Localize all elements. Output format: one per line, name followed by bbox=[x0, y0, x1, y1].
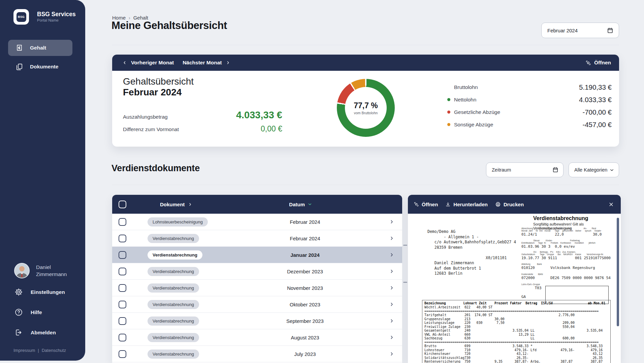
payslip-field-group: Abrechnung Ter- Zahlungs- Bezahlte Urlau… bbox=[521, 227, 602, 237]
payslip-field-group: SV- Beitrags- PV- KiEv Zus. Kranken- Geb… bbox=[521, 251, 611, 260]
next-month-button[interactable]: Nächster Monat bbox=[183, 60, 230, 66]
chevron-right-icon bbox=[389, 219, 394, 224]
payslip-table-header: Bezeichnung Lohnart Zeit Prozent Faktor … bbox=[424, 301, 608, 305]
impressum-link[interactable]: Impressum bbox=[13, 348, 35, 353]
table-row[interactable]: Verdienstabrechnung September 2023 bbox=[112, 313, 402, 329]
row-checkbox[interactable] bbox=[119, 235, 126, 242]
payslip-table: Bezeichnung Lohnart Zeit Prozent Faktor … bbox=[422, 300, 611, 363]
receipt-euro-icon bbox=[15, 44, 23, 52]
select-all-checkbox[interactable] bbox=[119, 201, 126, 208]
doc-type-badge: Verdienstabrechnung bbox=[148, 350, 199, 359]
payslip-field-group: Abteilung Bank010120 Volksbank Regensbur… bbox=[521, 263, 595, 270]
card-heading-line2: Februar 2024 bbox=[123, 87, 182, 98]
menu-item-label: Einstellungen bbox=[31, 289, 65, 295]
download-button[interactable]: Herunterladen bbox=[445, 202, 488, 207]
legend-row: Gesetzliche Abzüge -700,00 € bbox=[447, 106, 612, 118]
chevron-right-icon bbox=[389, 302, 394, 307]
expand-icon bbox=[414, 202, 419, 207]
card-heading-line1: Gehaltsübersicht bbox=[123, 76, 194, 87]
doc-date: August 2023 bbox=[277, 335, 333, 340]
category-filter[interactable]: Alle Kategorien bbox=[569, 162, 619, 177]
section-divider bbox=[112, 185, 619, 185]
sidebar-item-dokumente[interactable]: Dokumente bbox=[8, 59, 72, 75]
row-checkbox[interactable] bbox=[119, 251, 126, 259]
preview-toolbar: Öffnen Herunterladen Drucken bbox=[408, 195, 621, 214]
row-checkbox[interactable] bbox=[119, 334, 126, 341]
payslip-title: Verdienstabrechnung bbox=[533, 215, 588, 221]
chevron-left-icon bbox=[122, 60, 127, 65]
legend-row: Bruttolohn 5.190,33 € bbox=[447, 81, 612, 93]
doc-date: July 2023 bbox=[277, 351, 333, 357]
doc-type-badge: Verdienstabrechnung bbox=[148, 283, 199, 293]
payslip-ga-label: GA bbox=[521, 295, 526, 299]
preview-scrollbar[interactable] bbox=[617, 218, 619, 326]
chevron-right-icon bbox=[389, 236, 394, 241]
doc-type-badge: Lohnsteuerbescheinigung bbox=[148, 217, 208, 226]
doc-date: Oktober 2023 bbox=[277, 302, 333, 307]
row-checkbox[interactable] bbox=[119, 284, 126, 292]
menu-item-label: Hilfe bbox=[31, 309, 42, 315]
sidebar-item-label: Gehalt bbox=[30, 45, 46, 51]
panel-resize-grip[interactable] bbox=[403, 245, 407, 246]
row-checkbox[interactable] bbox=[119, 218, 126, 226]
open-salary-button[interactable]: Öffnen bbox=[585, 60, 611, 66]
sidebar-item-abmelden[interactable]: Abmelden bbox=[14, 328, 56, 337]
prev-month-button[interactable]: Vorheriger Monat bbox=[122, 60, 174, 66]
salary-legend: Bruttolohn 5.190,33 € Nettolohn 4.033,33… bbox=[447, 81, 612, 131]
payslip-field-group: Steuer Kinder- Freibetrag Eintrittsdatum… bbox=[521, 239, 595, 249]
documents-title: Verdienstdokumente bbox=[111, 163, 200, 174]
doc-type-badge: Verdienstabrechnung bbox=[148, 250, 202, 260]
calendar-icon bbox=[552, 167, 559, 173]
doc-type-badge: Verdienstabrechnung bbox=[148, 333, 199, 342]
user-name: Daniel Zimmermann bbox=[36, 264, 67, 278]
diff-label: Differenz zum Vormonat bbox=[123, 126, 179, 132]
panel-resize-grip[interactable] bbox=[403, 282, 407, 283]
print-button[interactable]: Drucken bbox=[495, 202, 524, 207]
chevron-right-icon bbox=[389, 335, 394, 340]
row-checkbox[interactable] bbox=[119, 268, 126, 275]
table-row[interactable]: Verdienstabrechnung Oktober 2023 bbox=[112, 296, 402, 313]
sidebar-item-hilfe[interactable]: Hilfe bbox=[14, 308, 42, 316]
payslip-address-block: Demo/Demo AG - Allgemein 1 - c/o Autower… bbox=[427, 229, 516, 276]
sidebar-item-gehalt[interactable]: Gehalt bbox=[8, 40, 72, 56]
table-row[interactable]: Verdienstabrechnung Dezember 2023 bbox=[112, 263, 402, 280]
table-row[interactable]: Verdienstabrechnung November 2023 bbox=[112, 280, 402, 296]
table-row[interactable]: Lohnsteuerbescheinigung Februar 2024 bbox=[112, 214, 402, 230]
open-document-button[interactable]: Öffnen bbox=[414, 202, 438, 207]
sidebar-item-label: Dokumente bbox=[30, 64, 58, 70]
table-row-selected[interactable]: Verdienstabrechnung Januar 2024 bbox=[112, 247, 402, 263]
legend-row: Nettolohn 4.033,33 € bbox=[447, 93, 612, 106]
doc-type-badge: Verdienstabrechnung bbox=[148, 316, 199, 326]
table-row[interactable]: Verdienstabrechnung Februar 2024 bbox=[112, 230, 402, 247]
month-picker[interactable]: Februar 2024 bbox=[541, 23, 619, 38]
category-value: Alle Kategorien bbox=[574, 167, 607, 173]
printer-icon bbox=[495, 202, 501, 207]
table-row[interactable]: Verdienstabrechnung July 2023 bbox=[112, 346, 402, 362]
table-row[interactable]: Verdienstabrechnung August 2023 bbox=[112, 329, 402, 346]
salary-card: Vorheriger Monat Nächster Monat Öffnen G… bbox=[112, 55, 619, 147]
doc-date: Dezember 2023 bbox=[277, 269, 333, 274]
download-icon bbox=[445, 202, 451, 207]
table-header: Dokument Datum bbox=[112, 195, 402, 214]
doc-date: Februar 2024 bbox=[277, 236, 333, 241]
close-button[interactable] bbox=[608, 202, 614, 207]
donut-center: 77,7 % vom Bruttolohn bbox=[345, 87, 387, 129]
column-dokument[interactable]: Dokument bbox=[160, 202, 192, 207]
column-datum[interactable]: Datum bbox=[289, 202, 312, 207]
payslip-table-body: Wöchtl.Arbeitszeit 022 40,00 ST ========… bbox=[424, 305, 608, 363]
doc-type-badge: Verdienstabrechnung bbox=[148, 300, 199, 309]
doc-date: Januar 2024 bbox=[277, 252, 333, 258]
month-picker-value: Februar 2024 bbox=[547, 28, 578, 33]
row-checkbox[interactable] bbox=[119, 317, 126, 325]
zeitraum-filter[interactable]: Zeitraum bbox=[486, 162, 564, 177]
donut-center-value: 77,7 % bbox=[354, 101, 378, 110]
chevron-right-icon bbox=[389, 269, 394, 274]
sidebar-item-einstellungen[interactable]: Einstellungen bbox=[14, 288, 65, 296]
doc-date: November 2023 bbox=[277, 285, 333, 291]
user-profile[interactable]: Daniel Zimmermann bbox=[14, 263, 67, 278]
datenschutz-link[interactable]: Datenschutz bbox=[42, 348, 66, 353]
doc-date: September 2023 bbox=[277, 318, 333, 324]
donut-center-label: vom Bruttolohn bbox=[354, 111, 378, 115]
row-checkbox[interactable] bbox=[119, 301, 126, 308]
row-checkbox[interactable] bbox=[119, 350, 126, 358]
